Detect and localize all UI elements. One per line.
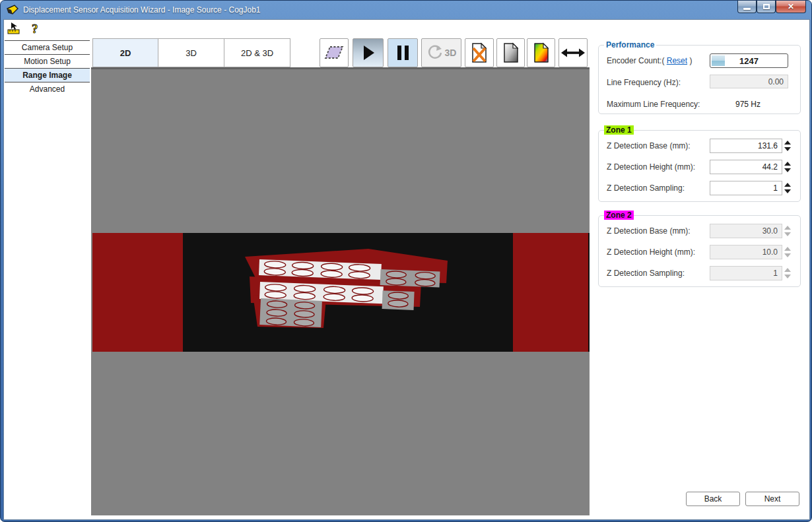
title-bar[interactable]: Displacement Sensor Acquisition Wizard -… xyxy=(3,1,810,19)
minimize-button[interactable] xyxy=(737,1,757,13)
zone2-base-up-icon xyxy=(784,226,791,230)
zone2-sampling-down-icon xyxy=(784,275,791,278)
roi-region-button[interactable] xyxy=(320,38,349,67)
zone1-height-value: 44.2 xyxy=(762,162,778,172)
zone2-height-input: 10.0 xyxy=(710,245,782,259)
pause-icon xyxy=(397,46,409,60)
zone2-base-label: Z Detection Base (mm): xyxy=(607,226,691,236)
image-color-icon xyxy=(533,42,550,63)
encoder-count-label-text: Encoder Count:( xyxy=(607,56,664,65)
encoder-count-number: 1247 xyxy=(739,56,759,66)
maximize-icon xyxy=(763,4,770,9)
zone1-height-label: Z Detection Height (mm): xyxy=(607,162,695,172)
encoder-count-label: Encoder Count:( Reset ) xyxy=(607,56,692,65)
zone1-base-input[interactable]: 131.6 xyxy=(710,139,782,153)
zone1-height-up-icon[interactable] xyxy=(784,162,791,166)
zone1-base-up-icon[interactable] xyxy=(784,141,791,145)
zone2-base-down-icon xyxy=(784,232,791,236)
minimize-icon xyxy=(743,8,751,10)
tab-2d[interactable]: 2D xyxy=(92,38,158,67)
zone1-base-down-icon[interactable] xyxy=(784,147,791,151)
close-icon: ✕ xyxy=(788,2,794,11)
window-title: Displacement Sensor Acquisition Wizard -… xyxy=(23,5,261,15)
help-icon[interactable]: ? xyxy=(28,22,43,35)
image-grayscale-button[interactable] xyxy=(496,38,525,67)
line-frequency-label: Line Frequency (Hz): xyxy=(607,78,681,87)
zone1-sampling-spinner xyxy=(784,181,792,195)
line-frequency-value: 0.00 xyxy=(710,75,788,88)
zone1-sampling-value: 1 xyxy=(773,183,778,193)
maximize-button[interactable] xyxy=(757,1,776,13)
encoder-gradient-icon xyxy=(712,55,725,66)
zone1-base-value: 131.6 xyxy=(758,141,778,150)
zone2-base-input: 30.0 xyxy=(710,224,782,238)
next-button[interactable]: Next xyxy=(745,492,799,506)
rotate-3d-button: 3D xyxy=(421,38,461,67)
encoder-count-value[interactable]: 1247 xyxy=(710,53,788,68)
fit-width-button[interactable] xyxy=(558,38,588,67)
sidebar-item-camera-setup[interactable]: Camera Setup xyxy=(5,40,90,54)
sidebar-item-range-image[interactable]: Range Image xyxy=(5,68,90,82)
max-line-frequency-value: 975 Hz xyxy=(735,100,761,109)
image-off-icon xyxy=(470,42,489,63)
zone1-sampling-input[interactable]: 1 xyxy=(710,181,782,195)
measure-tool-icon[interactable] xyxy=(7,22,22,35)
zone2-sampling-value: 1 xyxy=(773,269,778,278)
tab-3d[interactable]: 3D xyxy=(158,38,224,67)
zone1-sampling-down-icon[interactable] xyxy=(784,189,791,193)
zone2-height-down-icon xyxy=(784,253,791,257)
sidebar-item-motion-setup[interactable]: Motion Setup xyxy=(5,54,90,68)
zone1-sampling-up-icon[interactable] xyxy=(784,183,791,187)
close-button[interactable]: ✕ xyxy=(776,1,806,13)
zone2-group: Zone 2 Z Detection Base (mm): 30.0 Z Det… xyxy=(598,215,801,287)
image-off-button[interactable] xyxy=(465,38,494,67)
line-frequency-number: 0.00 xyxy=(768,77,784,86)
range-image xyxy=(91,69,590,515)
view-mode-tabs: 2D 3D 2D & 3D xyxy=(92,38,290,67)
rotate-3d-icon xyxy=(426,44,444,61)
zone1-group: Zone 1 Z Detection Base (mm): 131.6 Z De… xyxy=(598,130,801,202)
rotate-3d-label: 3D xyxy=(445,48,457,58)
range-image-viewport[interactable] xyxy=(91,67,590,515)
window-frame: Displacement Sensor Acquisition Wizard -… xyxy=(0,0,812,522)
zone1-group-title: Zone 1 xyxy=(604,125,634,135)
roi-region-icon xyxy=(324,46,344,60)
zone2-height-value: 10.0 xyxy=(762,247,778,257)
zone2-sampling-spinner xyxy=(784,266,792,280)
back-button[interactable]: Back xyxy=(686,492,740,506)
zone1-sampling-label: Z Detection Sampling: xyxy=(607,183,685,193)
encoder-reset-link[interactable]: Reset xyxy=(667,56,687,65)
pause-button[interactable] xyxy=(388,38,418,67)
app-icon xyxy=(6,4,19,16)
tab-2d-and-3d[interactable]: 2D & 3D xyxy=(224,38,290,67)
image-grayscale-icon xyxy=(502,42,520,63)
zone2-sampling-label: Z Detection Sampling: xyxy=(607,269,685,278)
play-button[interactable] xyxy=(353,38,384,67)
image-color-button[interactable] xyxy=(527,38,555,67)
zone2-height-up-icon xyxy=(784,247,791,251)
zone1-height-spinner xyxy=(784,160,792,174)
svg-text:?: ? xyxy=(32,22,38,35)
fit-width-icon xyxy=(561,48,585,58)
performance-group: Performance Encoder Count:( Reset ) 1247… xyxy=(598,45,801,114)
zone1-height-down-icon[interactable] xyxy=(784,168,791,172)
zone2-base-spinner xyxy=(784,224,792,238)
zone2-height-label: Z Detection Height (mm): xyxy=(607,247,695,257)
sidebar-item-advanced[interactable]: Advanced xyxy=(5,82,90,96)
encoder-count-label-paren: ) xyxy=(689,56,692,65)
zone1-base-spinner xyxy=(784,139,792,153)
max-line-frequency-label: Maximum Line Frequency: xyxy=(607,100,700,109)
zone2-group-title: Zone 2 xyxy=(604,211,634,220)
zone2-sampling-up-icon xyxy=(784,268,791,272)
zone2-height-spinner xyxy=(784,245,792,259)
zone1-height-input[interactable]: 44.2 xyxy=(710,160,782,174)
zone2-sampling-input: 1 xyxy=(710,266,782,280)
performance-group-title: Performance xyxy=(604,40,656,49)
wizard-step-list: Camera Setup Motion Setup Range Image Ad… xyxy=(5,40,90,96)
zone2-base-value: 30.0 xyxy=(762,226,778,236)
play-icon xyxy=(364,46,374,60)
zone1-base-label: Z Detection Base (mm): xyxy=(607,141,691,150)
